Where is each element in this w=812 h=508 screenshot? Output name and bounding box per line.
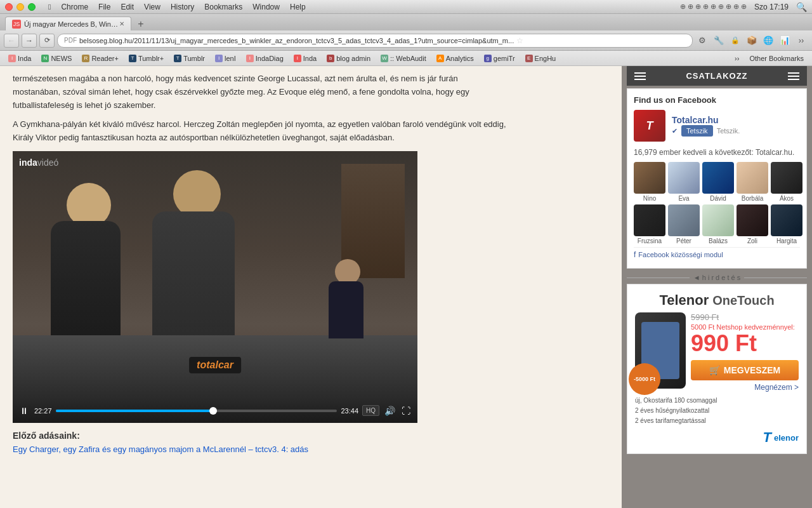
fb-avatar[interactable] — [702, 204, 734, 236]
cart-icon: 🛒 — [709, 365, 720, 375]
hq-badge[interactable]: HQ — [362, 405, 379, 416]
bookmark-favicon: I — [8, 55, 16, 62]
prev-episode-link[interactable]: Egy Charger, egy Zafira és egy magányos … — [13, 444, 308, 454]
extension-icon-4[interactable]: 📊 — [778, 34, 792, 48]
bookmark-tumblrplus[interactable]: T Tumblr+ — [124, 52, 168, 65]
ad-sub-line-1: új, Okostarifa 180 csomaggal — [635, 396, 799, 405]
menu-bar:  Chrome File Edit View History Bookmark… — [48, 3, 306, 11]
video-player[interactable]: indavideó — [13, 151, 417, 423]
fb-avatar[interactable] — [702, 162, 734, 194]
menu-help[interactable]: Help — [290, 3, 306, 11]
back-button[interactable]: ← — [4, 34, 19, 48]
ad-see-more-link[interactable]: Megnézem > — [691, 383, 799, 392]
navigation-bar: ← → ⟳ PDF belsoseg.blog.hu/2011/11/13/uj… — [0, 30, 812, 51]
bookmark-label: IndaDiag — [256, 55, 284, 62]
video-progress-bar[interactable] — [56, 410, 337, 412]
ad-buy-label: MEGVESZEM — [724, 365, 780, 375]
tab-close-button[interactable]: ✕ — [119, 20, 124, 27]
refresh-button[interactable]: ⟳ — [39, 34, 55, 48]
bookmark-inda2[interactable]: I Inda — [289, 52, 321, 65]
bookmark-other[interactable]: Other Bookmarks — [745, 52, 808, 65]
bookmark-indadiag[interactable]: I IndaDiag — [242, 52, 288, 65]
fb-avatar[interactable] — [771, 204, 802, 236]
bookmark-news[interactable]: N NEWS — [37, 52, 76, 65]
apple-menu[interactable]:  — [48, 3, 51, 11]
play-pause-button[interactable]: ⏸ — [18, 406, 30, 416]
maximize-button[interactable] — [28, 3, 36, 11]
menu-app[interactable]: Chrome — [61, 3, 88, 11]
bookmark-favicon: T — [174, 55, 181, 62]
article-paragraph-2: A Gymkhana-pályán két kiváló művész harc… — [13, 118, 508, 145]
star-icon[interactable]: ☆ — [516, 36, 523, 45]
facebook-section: Find us on Facebook T Totalcar.hu ✔ Tets… — [627, 88, 807, 269]
bookmarks-more-button[interactable]: ›› — [730, 52, 743, 65]
extension-icon-2[interactable]: 📦 — [745, 34, 759, 48]
volume-icon[interactable]: 🔊 — [383, 406, 396, 416]
fb-avatar[interactable] — [771, 162, 802, 194]
video-progress-handle[interactable] — [209, 407, 217, 415]
bookmark-favicon: l — [215, 55, 223, 62]
bookmark-inda[interactable]: I Inda — [4, 52, 36, 65]
video-total-time: 23:44 — [341, 407, 358, 415]
bookmark-reader[interactable]: R Reader+ — [77, 52, 123, 65]
wrench-icon[interactable]: 🔧 — [712, 34, 726, 48]
bookmark-favicon: T — [129, 55, 136, 62]
fb-avatar[interactable] — [668, 162, 700, 194]
new-tab-button[interactable]: + — [134, 18, 148, 30]
bookmark-webaudit[interactable]: W :: WebAudit — [376, 52, 431, 65]
bookmark-analytics[interactable]: A Analytics — [432, 52, 478, 65]
menubar-icons: ⊕ ⊕ ⊕ ⊕ ⊕ ⊕ ⊕ ⊕ ⊕ — [680, 3, 747, 11]
ad-buy-button[interactable]: 🛒 MEGVESZEM — [691, 360, 799, 380]
bookmark-label: Tumblr — [183, 55, 205, 62]
fb-avatar[interactable] — [737, 204, 768, 236]
fullscreen-button[interactable]: ⛶ — [400, 406, 412, 416]
bookmark-label: EngHu — [535, 55, 556, 62]
fb-face-balazs: Balázs — [702, 204, 734, 244]
bookmark-lenl[interactable]: l lenI — [211, 52, 240, 65]
extension-icon-3[interactable]: 🌐 — [761, 34, 775, 48]
bookmark-label: Tumblr+ — [138, 55, 164, 62]
fb-avatar[interactable] — [634, 204, 665, 236]
bookmark-tumblr[interactable]: T Tumblr — [169, 52, 209, 65]
menu-window[interactable]: Window — [252, 3, 280, 11]
hirdetés-label: ◄ h i r d e t é s — [627, 274, 807, 281]
fb-face-name: Eva — [678, 195, 689, 202]
forward-button[interactable]: → — [22, 34, 37, 48]
advertisement-box: Telenor OneTouch -5000 Ft 5990 Ft 5000 F… — [627, 284, 807, 454]
fb-community-link-text: Facebook közösségi modul — [638, 251, 723, 258]
close-button[interactable] — [5, 3, 13, 11]
hamburger-menu-right[interactable] — [788, 72, 799, 80]
bookmark-label: :: WebAudit — [390, 55, 426, 62]
fb-avatar[interactable] — [668, 204, 700, 236]
bookmark-label: blog admin — [336, 55, 370, 62]
fb-avatar[interactable] — [634, 162, 665, 194]
minimize-button[interactable] — [16, 3, 24, 11]
menu-history[interactable]: History — [171, 3, 194, 11]
csatlakozz-label: CSATLAKOZZ — [686, 71, 747, 81]
resize-icon[interactable]: ›› — [794, 34, 808, 48]
video-scene: totalcar — [13, 151, 417, 399]
bookmark-blogadmin[interactable]: b blog admin — [322, 52, 375, 65]
fb-face-name: Borbála — [742, 195, 763, 202]
fb-community-link[interactable]: f Facebook közösségi modul — [634, 247, 800, 262]
fb-avatar[interactable] — [737, 162, 768, 194]
window-controls[interactable] — [5, 3, 36, 11]
bookmark-label: Analytics — [446, 55, 474, 62]
article-content: természetesen magába a non harcoló, hogy… — [0, 66, 520, 460]
menu-view[interactable]: View — [144, 3, 160, 11]
hamburger-menu-left[interactable] — [634, 72, 646, 80]
bookmark-enghu[interactable]: E EngHu — [521, 52, 561, 65]
system-time: Szo 17:19 — [754, 3, 789, 11]
fb-page-name[interactable]: Totalcar.hu — [672, 115, 740, 125]
extension-icon-1[interactable]: 🔒 — [728, 34, 742, 48]
settings-icon[interactable]: ⚙ — [695, 34, 709, 48]
bookmark-gemitr[interactable]: g gemiTr — [480, 52, 520, 65]
url-bar[interactable]: PDF belsoseg.blog.hu/2011/11/13/uj_magya… — [57, 34, 693, 48]
menu-file[interactable]: File — [98, 3, 110, 11]
fb-like-button[interactable]: Tetszik — [681, 125, 713, 137]
menu-bookmarks[interactable]: Bookmarks — [204, 3, 242, 11]
browser-tab[interactable]: JS Új magyar Mercedes B, Wink... ✕ — [5, 17, 131, 30]
search-icon[interactable]: 🔍 — [796, 2, 807, 12]
menu-edit[interactable]: Edit — [121, 3, 134, 11]
ad-new-price: 990 Ft — [691, 332, 799, 355]
